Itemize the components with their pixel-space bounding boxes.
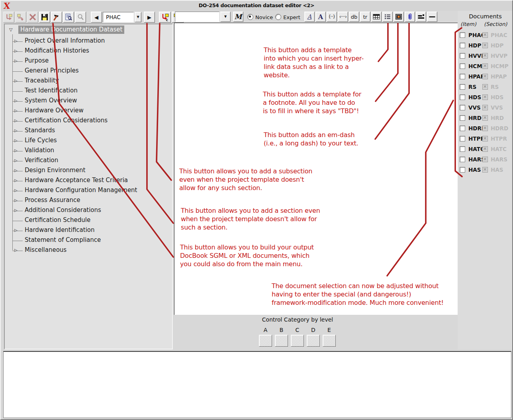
- item-checkbox[interactable]: [460, 115, 465, 121]
- tree-row[interactable]: ▷ Project Overall Information: [5, 37, 172, 47]
- tree-row[interactable]: ▷ Modification Histories: [5, 47, 172, 57]
- expander-closed-icon[interactable]: ▷: [14, 178, 18, 183]
- tree-row[interactable]: ▷ Certification Considerations: [5, 116, 172, 126]
- item-checkbox[interactable]: [460, 167, 465, 173]
- item-checkbox[interactable]: [460, 74, 465, 79]
- tree-row[interactable]: ▷ Process Assurance: [5, 196, 172, 206]
- tree-row[interactable]: ▷ Hardware Acceptance Test Criteria: [5, 176, 172, 186]
- editor-canvas[interactable]: [174, 23, 458, 315]
- tree-root-label[interactable]: Hardware Documentation Dataset: [18, 26, 124, 34]
- item-checkbox[interactable]: [460, 157, 465, 162]
- expander-closed-icon[interactable]: ▷: [14, 148, 18, 153]
- next-document-button[interactable]: ▶: [144, 12, 155, 23]
- expander-closed-icon[interactable]: ▷: [14, 198, 18, 202]
- tree-item-label[interactable]: Hardware Overview: [25, 107, 84, 114]
- item-checkbox[interactable]: [460, 146, 465, 152]
- tree-item-label[interactable]: Certification Schedule: [25, 216, 90, 224]
- item-checkbox[interactable]: [460, 84, 465, 90]
- expander-closed-icon[interactable]: ▷: [14, 128, 18, 133]
- tree-row[interactable]: ▷ Verification: [5, 156, 172, 166]
- inline-tag-button[interactable]: (··): [327, 12, 337, 22]
- bold-style-button[interactable]: A: [315, 12, 326, 22]
- expander-closed-icon[interactable]: ▷: [14, 39, 18, 43]
- expert-radio[interactable]: Expert: [275, 13, 300, 21]
- docbook-tag-button[interactable]: db: [349, 12, 359, 22]
- tr-tag-button[interactable]: tr: [360, 12, 370, 22]
- expander-closed-icon[interactable]: ▷: [14, 158, 18, 163]
- italic-style-button[interactable]: A: [304, 12, 315, 22]
- tree-row[interactable]: ▷ Standards: [5, 126, 172, 136]
- prev-document-button[interactable]: ◀: [91, 12, 102, 23]
- expander-closed-icon[interactable]: ▷: [14, 49, 18, 53]
- tree-item-label[interactable]: Process Assurance: [25, 196, 80, 204]
- expander-closed-icon[interactable]: ▷: [14, 138, 18, 143]
- expander-closed-icon[interactable]: ▷: [14, 79, 18, 83]
- tree-root-row[interactable]: ▽ Hardware Documentation Dataset: [5, 26, 172, 35]
- expander-closed-icon[interactable]: ▷: [14, 108, 18, 113]
- item-checkbox[interactable]: [460, 126, 465, 131]
- item-checkbox[interactable]: [460, 53, 465, 59]
- tree-item-label[interactable]: Verification: [25, 157, 58, 164]
- item-checkbox[interactable]: [460, 94, 465, 100]
- tree-row[interactable]: ▷ Traceability: [5, 77, 172, 86]
- item-checkbox[interactable]: [460, 32, 465, 38]
- tree-row[interactable]: ▷ Hardware Configuration Management: [5, 186, 172, 196]
- insert-table-button[interactable]: [371, 12, 382, 22]
- tree-item-label[interactable]: Traceability: [25, 77, 59, 84]
- insert-list-button[interactable]: [382, 12, 393, 22]
- tree-item-label[interactable]: Miscellaneous: [25, 246, 67, 253]
- tree-item-label[interactable]: Certification Considerations: [25, 117, 108, 124]
- build-button[interactable]: [51, 12, 62, 23]
- item-checkbox[interactable]: [460, 63, 465, 69]
- style-selector-dropdown-button[interactable]: ▼: [220, 12, 231, 22]
- tree-row[interactable]: ▷ Purpose: [5, 57, 172, 67]
- expander-closed-icon[interactable]: ▷: [14, 248, 18, 252]
- force-add-section-button[interactable]: c: [159, 12, 171, 23]
- expander-closed-icon[interactable]: ▷: [14, 59, 18, 63]
- tree-row[interactable]: ▷ System Overview: [5, 96, 172, 106]
- insert-hyperlink-button[interactable]: [405, 12, 415, 22]
- item-checkbox[interactable]: [460, 43, 465, 48]
- tree-row[interactable]: ▷ Design Environment: [5, 166, 172, 176]
- expander-closed-icon[interactable]: ▷: [14, 188, 18, 192]
- tree-row[interactable]: ▷ Statement of Compliance: [5, 236, 172, 246]
- save-button[interactable]: [39, 12, 50, 23]
- novice-radio[interactable]: Novice: [247, 13, 273, 21]
- tree-item-label[interactable]: Standards: [25, 127, 55, 134]
- tree-item-label[interactable]: Validation: [25, 147, 54, 154]
- tree-item-label[interactable]: Hardware Identification: [25, 226, 95, 234]
- tree-item-label[interactable]: Life Cycles: [25, 137, 57, 144]
- window-close-icon[interactable]: X: [3, 1, 11, 11]
- insert-footnote-button[interactable]: [416, 12, 426, 22]
- tree-item-label[interactable]: Hardware Acceptance Test Criteria: [25, 177, 128, 184]
- tree-item-label[interactable]: Hardware Configuration Management: [25, 186, 137, 194]
- tree-row[interactable]: ▷ Certification Schedule: [5, 216, 172, 226]
- tree-item-label[interactable]: Project Overall Information: [25, 37, 105, 44]
- tree-item-label[interactable]: General Principles: [25, 67, 79, 74]
- document-selector-dropdown-button[interactable]: ▼: [135, 12, 141, 22]
- tree-row[interactable]: ▷ Test Identification: [5, 86, 172, 96]
- wide-tag-button[interactable]: ‹···›: [338, 12, 348, 22]
- item-checkbox[interactable]: [460, 136, 465, 141]
- insert-emdash-button[interactable]: [427, 12, 437, 22]
- expander-closed-icon[interactable]: ▷: [14, 118, 18, 123]
- tree-row[interactable]: ▷ Additional Considerations: [5, 206, 172, 216]
- style-selector[interactable]: [175, 12, 219, 22]
- tree-item-label[interactable]: Statement of Compliance: [25, 236, 101, 243]
- tree-row[interactable]: ▷ Life Cycles: [5, 136, 172, 146]
- expander-closed-icon[interactable]: ▷: [14, 228, 18, 232]
- tree-item-label[interactable]: Additional Considerations: [25, 206, 101, 214]
- document-selector[interactable]: PHAC: [103, 12, 134, 22]
- item-checkbox[interactable]: [460, 105, 465, 110]
- mode-button[interactable]: M: [233, 12, 243, 22]
- tree-row[interactable]: ▷ Miscellaneous: [5, 246, 172, 256]
- tree-item-label[interactable]: Design Environment: [25, 167, 85, 174]
- tree-row[interactable]: ▷ Hardware Identification: [5, 226, 172, 236]
- message-area[interactable]: [3, 351, 511, 418]
- tree-item-label[interactable]: System Overview: [25, 97, 77, 104]
- tree-item-label[interactable]: Modification Histories: [25, 47, 89, 54]
- preview-button[interactable]: [63, 12, 74, 23]
- expander-closed-icon[interactable]: ▷: [14, 98, 18, 103]
- tree-item-label[interactable]: Purpose: [25, 57, 49, 64]
- tree-row[interactable]: ▷ Hardware Overview: [5, 106, 172, 116]
